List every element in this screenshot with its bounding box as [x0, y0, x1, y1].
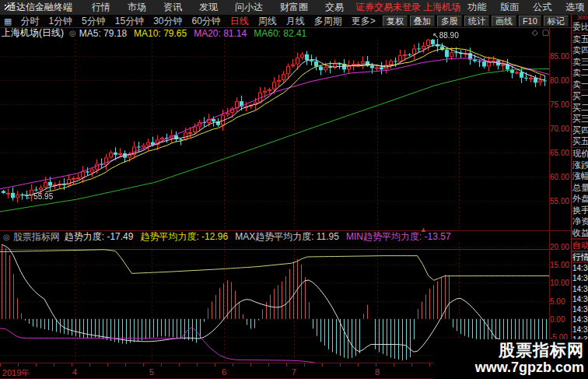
menubar-item[interactable]: 资讯: [155, 1, 191, 14]
menubar-item[interactable]: 功能: [460, 1, 493, 14]
ma-value-label: MA60: 82.41: [254, 28, 306, 39]
chart-window-icons: ◇▢: [532, 28, 549, 37]
x-axis-label: 5: [149, 367, 154, 377]
toolbar-buttons: 复权叠加多股统计画线F10标记+自选返回: [380, 16, 588, 26]
sidebar-tab[interactable]: 行情: [572, 251, 588, 263]
quote-rows: 委比卖五卖四卖三卖二卖一买一买二买三买四买五现价涨跌涨幅总量外盘换手净资收益: [572, 21, 588, 239]
tick-time-row: 14:30: [572, 314, 588, 325]
menubar-item[interactable]: 财富圈: [271, 1, 317, 14]
sidebar-row[interactable]: 外盘: [572, 193, 588, 205]
toolbar-button[interactable]: 画线: [492, 16, 516, 26]
period-tab[interactable]: 1分钟: [44, 15, 77, 28]
y-axis-label: 65.00: [550, 149, 569, 157]
tick-time-row: 14:30: [572, 273, 588, 283]
sidebar-row[interactable]: 买五: [572, 135, 588, 148]
x-axis-label: 2019年: [2, 367, 30, 379]
period-tab[interactable]: 月线: [282, 15, 310, 28]
y-axis-label: 15.00: [550, 261, 569, 269]
menubar-item[interactable]: 版面: [493, 1, 526, 14]
indicator-header: ◎ 股票指标网 趋势力度: -17.49趋势平均力度: -12.96MAX趋势平…: [0, 230, 571, 243]
menubar-item[interactable]: 选项: [558, 1, 588, 14]
sidebar-row[interactable]: 卖二: [572, 67, 588, 79]
chart-header: 上海机场(日线) ◎ MA5: 79.18MA10: 79.65MA20: 81…: [0, 27, 571, 39]
sidebar-row[interactable]: 买三: [572, 113, 588, 125]
period-tab[interactable]: 周线: [254, 15, 282, 28]
frame-line-top: [0, 27, 572, 28]
indicator-settings-icon[interactable]: ◎: [3, 233, 10, 241]
menubar-item[interactable]: 交易: [317, 1, 352, 14]
toolbar-button[interactable]: 叠加: [410, 16, 435, 26]
window-icon[interactable]: ▢: [542, 28, 549, 37]
sidebar-tabs: 自动行情: [572, 239, 588, 263]
sidebar-row[interactable]: 总量: [572, 182, 588, 194]
sidebar-row[interactable]: 买四: [572, 125, 588, 136]
tick-time-row: 14:30: [572, 304, 588, 314]
sidebar-row[interactable]: 净资: [572, 216, 588, 227]
toolbar-button[interactable]: 统计: [464, 16, 489, 26]
ma-value-label: MA5: 79.18: [79, 28, 127, 39]
sidebar-row[interactable]: 卖一: [572, 79, 588, 91]
ma-value-label: MA20: 81.14: [194, 28, 247, 39]
quote-sidebar: 300 委比卖五卖四卖三卖二卖一买一买二买三买四买五现价涨跌涨幅总量外盘换手净资…: [572, 15, 588, 379]
period-tab[interactable]: 5分钟: [77, 15, 110, 28]
period-tab[interactable]: 15分钟: [110, 15, 149, 28]
y-axis-label: 5.00: [550, 297, 565, 306]
menubar-item[interactable]: 问小达: [226, 1, 271, 14]
grid-icon[interactable]: ▦: [0, 16, 16, 26]
watermark-line1: 股票指标网: [433, 341, 584, 360]
toolbar-button[interactable]: F10: [519, 16, 541, 26]
toolbar-button[interactable]: 复权: [383, 16, 408, 26]
y-axis-label: 60.00: [550, 173, 569, 181]
y-axis-label: 70.00: [550, 125, 569, 133]
watermark-line2: www.7gpzb.com: [433, 360, 584, 376]
period-tab[interactable]: 更多>: [347, 15, 380, 28]
toolbar-button[interactable]: 标记: [544, 16, 569, 26]
ma-legend: MA5: 79.18MA10: 79.65MA20: 81.14MA60: 82…: [79, 28, 314, 39]
period-tab[interactable]: 60分钟: [187, 15, 226, 28]
menubar-item[interactable]: 行情: [83, 1, 119, 14]
main-chart-canvas[interactable]: [0, 39, 549, 230]
x-axis-label: 8: [375, 367, 380, 377]
y-axis-label: 85.00: [550, 52, 569, 61]
app-title: 通达信金融终端: [7, 1, 72, 14]
indicator-settings-icon[interactable]: ◎: [69, 29, 76, 37]
ma-value-label: MA10: 79.65: [134, 28, 187, 39]
diamond-icon[interactable]: ◇: [532, 28, 538, 37]
sidebar-row[interactable]: 卖五: [572, 33, 588, 45]
tick-time-row: 14:30: [572, 284, 588, 294]
x-axis-label: 7: [292, 367, 296, 377]
menubar-item[interactable]: 市场: [119, 1, 155, 14]
sidebar-row[interactable]: 现价: [572, 148, 588, 160]
trade-login-status[interactable]: 证券交易未登录 上海机场: [355, 1, 460, 14]
y-axis-label: 55.00: [550, 197, 569, 205]
sidebar-row[interactable]: 收益: [572, 227, 588, 240]
y-axis-label: 75.00: [550, 100, 569, 109]
menu-right-items: 功能版面公式选项: [460, 1, 588, 14]
toolbar-button[interactable]: 多股: [437, 16, 462, 26]
tick-time-row: 14:31: [572, 325, 588, 335]
sidebar-row[interactable]: 买一: [572, 90, 588, 102]
sidebar-tab[interactable]: 自动: [572, 239, 588, 251]
x-axis-label: 4: [72, 367, 77, 377]
sidebar-row[interactable]: 换手: [572, 205, 588, 216]
sidebar-row[interactable]: 卖四: [572, 44, 588, 56]
tick-time-row: 14:30: [572, 294, 588, 304]
sidebar-row[interactable]: 委比: [572, 21, 588, 33]
main-candlestick-chart: ←55.95↖88.90: [0, 39, 549, 230]
event-marker-icon: ▲: [420, 226, 427, 233]
period-tab[interactable]: 分时: [16, 15, 44, 28]
axis-divider: [549, 27, 550, 379]
y-axis-label: 0.00: [550, 315, 565, 324]
symbol-title: 上海机场(日线): [2, 26, 64, 40]
period-tab[interactable]: 日线: [226, 15, 254, 28]
menubar-item[interactable]: 公式: [526, 1, 558, 14]
y-axis-label: 10.00: [550, 279, 569, 287]
menubar-item[interactable]: 发现: [191, 1, 226, 14]
sidebar-row[interactable]: 卖三: [572, 56, 588, 68]
period-tab[interactable]: 30分钟: [149, 15, 187, 28]
y-axis-label: 80.00: [550, 76, 569, 85]
sidebar-row[interactable]: 涨幅: [572, 170, 588, 182]
sidebar-row[interactable]: 买二: [572, 102, 588, 114]
sidebar-row[interactable]: 涨跌: [572, 160, 588, 171]
period-tab[interactable]: 多周期: [310, 15, 347, 28]
